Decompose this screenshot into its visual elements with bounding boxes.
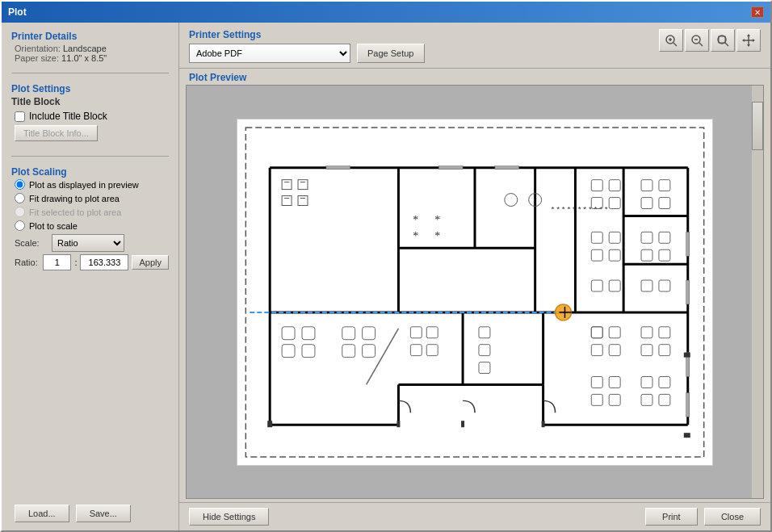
svg-line-6 (699, 43, 703, 46)
plot-preview-label: Plot Preview (179, 69, 770, 85)
paper-size-value: 11.0" x 8.5" (61, 53, 107, 63)
scaling-radio-0[interactable] (15, 179, 25, 190)
scale-label: Scale: (15, 238, 47, 248)
svg-rect-74 (609, 326, 620, 337)
svg-rect-81 (591, 376, 602, 387)
top-bar: Printer Settings Adobe PDF Page Setup (179, 23, 770, 69)
svg-rect-78 (609, 344, 620, 355)
ratio-input-2[interactable] (80, 254, 128, 270)
scaling-option-1: Fit drawing to plot area (15, 193, 169, 203)
svg-rect-70 (609, 280, 620, 291)
plot-scaling-title: Plot Scaling (11, 166, 169, 178)
dialog-close-button[interactable]: Close (704, 508, 761, 526)
svg-line-8 (725, 43, 728, 46)
plot-settings-section: Plot Settings Title Block Include Title … (11, 83, 169, 146)
scale-select[interactable]: Ratio (52, 234, 124, 252)
orientation-line: Orientation: Landscape (11, 44, 169, 53)
zoom-out-button[interactable] (685, 29, 709, 52)
ratio-row: Ratio: : Apply (11, 254, 169, 270)
hide-settings-button[interactable]: Hide Settings (189, 508, 269, 526)
load-button[interactable]: Load... (15, 505, 69, 522)
floor-plan-svg: * * * * * * * * * * * * * * * (237, 119, 712, 465)
svg-rect-59 (641, 197, 652, 208)
scaling-radio-group: Plot as displayed in preview Fit drawing… (11, 179, 169, 231)
load-save-row: Load... Save... (11, 498, 169, 522)
svg-rect-118 (684, 433, 690, 438)
svg-point-119 (505, 193, 518, 206)
svg-rect-102 (479, 344, 490, 355)
title-block-info-button[interactable]: Title Block Info... (15, 125, 98, 141)
close-button[interactable]: ✕ (751, 6, 764, 18)
vertical-scrollbar[interactable] (752, 86, 763, 498)
toolbar-icons (659, 29, 761, 52)
svg-marker-13 (747, 44, 750, 47)
orientation-label: Orientation: (15, 44, 61, 53)
divider1 (11, 73, 169, 73)
printer-select[interactable]: Adobe PDF (189, 44, 350, 63)
svg-rect-97 (410, 326, 422, 337)
include-title-block-checkbox[interactable] (15, 111, 25, 122)
scaling-label-0: Plot as displayed in preview (29, 180, 139, 190)
svg-rect-106 (326, 165, 350, 169)
printer-row: Adobe PDF Page Setup (189, 44, 425, 63)
left-panel: Printer Details Orientation: Landscape P… (2, 23, 179, 530)
svg-rect-75 (641, 326, 652, 337)
apply-button[interactable]: Apply (132, 255, 169, 270)
scaling-option-2: Fit selected to plot area (15, 207, 169, 217)
svg-rect-83 (641, 376, 652, 387)
svg-rect-41 (298, 179, 308, 189)
preview-area[interactable]: * * * * * * * * * * * * * * * (186, 85, 764, 499)
svg-marker-12 (747, 34, 750, 36)
zoom-in-button[interactable] (659, 29, 683, 52)
divider2 (11, 156, 169, 157)
scaling-radio-2[interactable] (15, 207, 25, 217)
svg-rect-73 (591, 326, 602, 337)
svg-rect-76 (659, 326, 670, 337)
plot-scaling-section: Plot Scaling Plot as displayed in previe… (11, 166, 169, 270)
svg-rect-82 (609, 376, 620, 387)
svg-rect-93 (342, 326, 355, 339)
svg-rect-115 (542, 421, 545, 427)
zoom-out-icon (690, 34, 703, 47)
scaling-radio-1[interactable] (15, 193, 25, 203)
svg-rect-104 (591, 326, 602, 337)
svg-rect-43 (298, 195, 308, 205)
svg-rect-112 (686, 392, 690, 417)
bottom-bar: Hide Settings Print Close (179, 502, 770, 530)
svg-rect-88 (659, 394, 670, 405)
svg-rect-72 (659, 280, 670, 291)
svg-marker-15 (753, 39, 755, 42)
svg-rect-108 (495, 165, 519, 169)
pan-button[interactable] (736, 29, 761, 52)
pan-icon (742, 34, 755, 47)
svg-rect-117 (684, 352, 690, 357)
ratio-input-1[interactable] (43, 254, 71, 270)
svg-rect-61 (591, 232, 602, 243)
include-title-block-row: Include Title Block (11, 111, 169, 122)
page-setup-button[interactable]: Page Setup (357, 44, 425, 63)
paper-size-label: Paper size: (15, 53, 59, 63)
dialog-title: Plot (8, 6, 27, 18)
svg-rect-80 (659, 344, 670, 355)
scaling-label-2: Fit selected to plot area (29, 207, 121, 217)
svg-rect-89 (282, 326, 295, 339)
scale-row: Scale: Ratio (11, 234, 169, 252)
svg-rect-69 (591, 280, 602, 291)
svg-rect-71 (641, 280, 652, 291)
svg-rect-96 (363, 344, 376, 357)
svg-rect-113 (396, 421, 400, 427)
svg-rect-103 (479, 362, 490, 373)
svg-rect-85 (591, 394, 602, 405)
svg-rect-116 (267, 421, 272, 427)
svg-rect-86 (609, 394, 620, 405)
printer-settings-label: Printer Settings (189, 29, 425, 40)
svg-text:*: * (413, 230, 418, 242)
title-bar: Plot ✕ (2, 2, 770, 23)
zoom-fit-button[interactable] (711, 29, 735, 52)
scrollbar-thumb[interactable] (752, 102, 763, 150)
print-button[interactable]: Print (645, 508, 698, 526)
scaling-option-3: Plot to scale (15, 220, 169, 231)
save-button[interactable]: Save... (76, 505, 131, 522)
scaling-radio-3[interactable] (15, 220, 25, 231)
svg-rect-62 (609, 232, 620, 243)
